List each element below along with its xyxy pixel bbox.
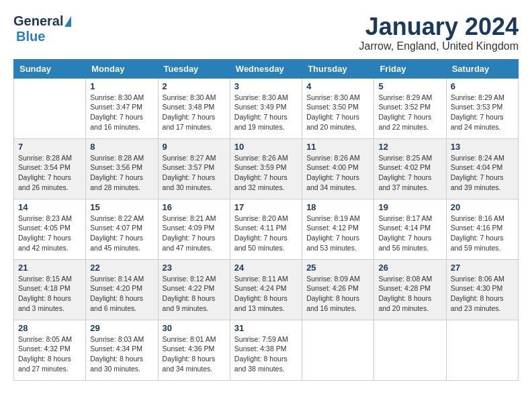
day-number: 22 [90,263,153,273]
header-tuesday: Tuesday [158,59,230,78]
page-header: General Blue January 2024 Jarrow, Englan… [13,13,519,52]
header-monday: Monday [86,59,158,78]
day-info: Sunrise: 7:59 AM Sunset: 4:38 PM Dayligh… [234,334,298,374]
day-info: Sunrise: 8:26 AM Sunset: 4:00 PM Dayligh… [306,153,369,193]
table-row: 23Sunrise: 8:12 AM Sunset: 4:22 PM Dayli… [158,259,230,320]
day-number: 26 [378,263,441,273]
table-row: 7Sunrise: 8:28 AM Sunset: 3:54 PM Daylig… [14,138,86,199]
day-info: Sunrise: 8:17 AM Sunset: 4:14 PM Dayligh… [378,214,441,253]
day-info: Sunrise: 8:27 AM Sunset: 3:57 PM Dayligh… [163,153,226,193]
day-info: Sunrise: 8:05 AM Sunset: 4:32 PM Dayligh… [18,334,81,374]
table-row: 30Sunrise: 8:01 AM Sunset: 4:36 PM Dayli… [158,320,230,380]
table-row: 16Sunrise: 8:21 AM Sunset: 4:09 PM Dayli… [158,199,230,259]
day-number: 12 [378,142,441,152]
day-number: 6 [451,81,514,91]
header-saturday: Saturday [446,59,518,78]
day-number: 24 [234,263,298,273]
day-number: 27 [451,263,514,273]
day-number: 31 [234,323,298,333]
table-row: 14Sunrise: 8:23 AM Sunset: 4:05 PM Dayli… [14,199,86,259]
day-info: Sunrise: 8:29 AM Sunset: 3:52 PM Dayligh… [378,93,441,132]
header-sunday: Sunday [14,59,86,78]
logo-triangle-icon [64,16,71,27]
day-info: Sunrise: 8:16 AM Sunset: 4:16 PM Dayligh… [451,214,514,253]
day-number: 10 [234,142,298,152]
day-info: Sunrise: 8:08 AM Sunset: 4:28 PM Dayligh… [378,274,441,314]
table-row: 28Sunrise: 8:05 AM Sunset: 4:32 PM Dayli… [14,320,86,380]
day-info: Sunrise: 8:11 AM Sunset: 4:24 PM Dayligh… [234,274,298,314]
day-info: Sunrise: 8:21 AM Sunset: 4:09 PM Dayligh… [163,214,226,253]
table-row [14,78,86,138]
table-row: 11Sunrise: 8:26 AM Sunset: 4:00 PM Dayli… [302,138,374,199]
day-info: Sunrise: 8:06 AM Sunset: 4:30 PM Dayligh… [451,274,514,314]
day-number: 13 [451,142,514,152]
day-info: Sunrise: 8:01 AM Sunset: 4:36 PM Dayligh… [163,334,226,374]
table-row: 18Sunrise: 8:19 AM Sunset: 4:12 PM Dayli… [302,199,374,259]
day-number: 15 [90,202,153,212]
logo-general-text: General [13,13,63,29]
day-number: 17 [234,202,298,212]
day-info: Sunrise: 8:30 AM Sunset: 3:48 PM Dayligh… [163,93,226,132]
calendar-week-row: 21Sunrise: 8:15 AM Sunset: 4:18 PM Dayli… [14,259,519,320]
day-number: 3 [234,81,298,91]
header-thursday: Thursday [302,59,374,78]
calendar-table: Sunday Monday Tuesday Wednesday Thursday… [13,59,519,381]
logo-blue-text: Blue [16,29,45,44]
table-row: 26Sunrise: 8:08 AM Sunset: 4:28 PM Dayli… [374,259,446,320]
day-info: Sunrise: 8:15 AM Sunset: 4:18 PM Dayligh… [18,274,81,314]
day-number: 29 [90,323,153,333]
day-number: 30 [163,323,226,333]
table-row [446,320,518,380]
day-info: Sunrise: 8:03 AM Sunset: 4:34 PM Dayligh… [90,334,153,374]
day-info: Sunrise: 8:19 AM Sunset: 4:12 PM Dayligh… [306,214,369,253]
day-number: 20 [451,202,514,212]
table-row: 10Sunrise: 8:26 AM Sunset: 3:59 PM Dayli… [230,138,302,199]
table-row: 15Sunrise: 8:22 AM Sunset: 4:07 PM Dayli… [86,199,158,259]
day-info: Sunrise: 8:30 AM Sunset: 3:47 PM Dayligh… [90,93,153,132]
table-row: 31Sunrise: 7:59 AM Sunset: 4:38 PM Dayli… [230,320,302,380]
day-info: Sunrise: 8:25 AM Sunset: 4:02 PM Dayligh… [378,153,441,193]
day-number: 19 [378,202,441,212]
logo: General Blue [13,13,71,44]
table-row: 1Sunrise: 8:30 AM Sunset: 3:47 PM Daylig… [86,78,158,138]
calendar-header-row: Sunday Monday Tuesday Wednesday Thursday… [14,59,519,78]
table-row: 29Sunrise: 8:03 AM Sunset: 4:34 PM Dayli… [86,320,158,380]
calendar-week-row: 14Sunrise: 8:23 AM Sunset: 4:05 PM Dayli… [14,199,519,259]
title-area: January 2024 Jarrow, England, United Kin… [359,13,519,52]
table-row: 25Sunrise: 8:09 AM Sunset: 4:26 PM Dayli… [302,259,374,320]
day-info: Sunrise: 8:30 AM Sunset: 3:50 PM Dayligh… [306,93,369,132]
header-wednesday: Wednesday [230,59,302,78]
day-info: Sunrise: 8:12 AM Sunset: 4:22 PM Dayligh… [163,274,226,314]
location-title: Jarrow, England, United Kingdom [359,40,519,52]
table-row: 21Sunrise: 8:15 AM Sunset: 4:18 PM Dayli… [14,259,86,320]
calendar-week-row: 7Sunrise: 8:28 AM Sunset: 3:54 PM Daylig… [14,138,519,199]
day-info: Sunrise: 8:29 AM Sunset: 3:53 PM Dayligh… [451,93,514,132]
day-number: 23 [163,263,226,273]
day-info: Sunrise: 8:26 AM Sunset: 3:59 PM Dayligh… [234,153,298,193]
table-row: 5Sunrise: 8:29 AM Sunset: 3:52 PM Daylig… [374,78,446,138]
table-row: 27Sunrise: 8:06 AM Sunset: 4:30 PM Dayli… [446,259,518,320]
day-info: Sunrise: 8:09 AM Sunset: 4:26 PM Dayligh… [306,274,369,314]
day-info: Sunrise: 8:14 AM Sunset: 4:20 PM Dayligh… [90,274,153,314]
day-number: 5 [378,81,441,91]
table-row: 20Sunrise: 8:16 AM Sunset: 4:16 PM Dayli… [446,199,518,259]
calendar-week-row: 28Sunrise: 8:05 AM Sunset: 4:32 PM Dayli… [14,320,519,380]
table-row: 4Sunrise: 8:30 AM Sunset: 3:50 PM Daylig… [302,78,374,138]
table-row: 13Sunrise: 8:24 AM Sunset: 4:04 PM Dayli… [446,138,518,199]
day-number: 8 [90,142,153,152]
day-info: Sunrise: 8:30 AM Sunset: 3:49 PM Dayligh… [234,93,298,132]
day-info: Sunrise: 8:20 AM Sunset: 4:11 PM Dayligh… [234,214,298,253]
day-number: 2 [163,81,226,91]
table-row: 12Sunrise: 8:25 AM Sunset: 4:02 PM Dayli… [374,138,446,199]
day-number: 21 [18,263,81,273]
table-row: 3Sunrise: 8:30 AM Sunset: 3:49 PM Daylig… [230,78,302,138]
day-number: 16 [163,202,226,212]
day-info: Sunrise: 8:28 AM Sunset: 3:54 PM Dayligh… [18,153,81,193]
day-info: Sunrise: 8:23 AM Sunset: 4:05 PM Dayligh… [18,214,81,253]
day-number: 4 [306,81,369,91]
day-number: 1 [90,81,153,91]
day-number: 9 [163,142,226,152]
day-number: 25 [306,263,369,273]
table-row: 24Sunrise: 8:11 AM Sunset: 4:24 PM Dayli… [230,259,302,320]
table-row: 9Sunrise: 8:27 AM Sunset: 3:57 PM Daylig… [158,138,230,199]
